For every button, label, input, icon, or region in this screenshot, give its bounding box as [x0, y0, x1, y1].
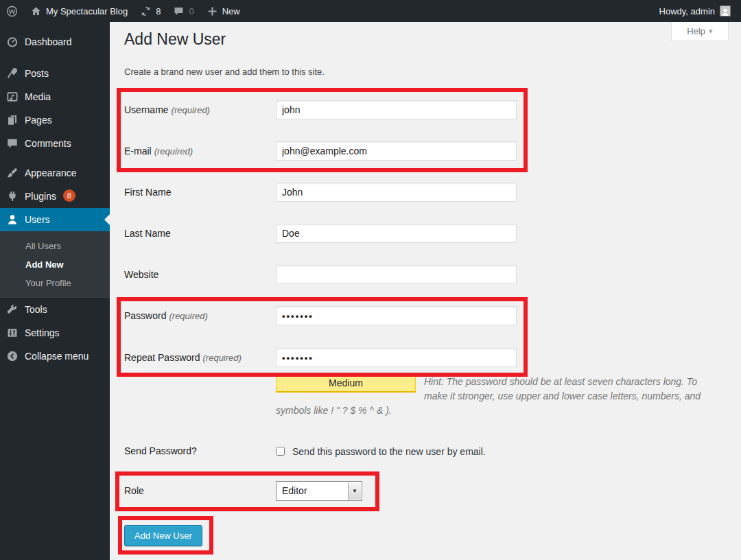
sidebar-item-label: Users: [25, 214, 50, 225]
comment-icon: [173, 5, 185, 17]
email-input[interactable]: [276, 141, 517, 161]
page-title: Add New User: [124, 30, 226, 49]
select-arrow-icon: [348, 482, 361, 500]
wordpress-logo-icon: [6, 5, 18, 17]
repeat-password-input[interactable]: [276, 348, 517, 367]
last-name-label: Last Name: [124, 224, 171, 243]
send-password-label: Send Password?: [124, 441, 197, 460]
page-subtitle: Create a brand new user and add them to …: [124, 67, 325, 77]
wrench-icon: [6, 303, 19, 316]
required-note: (required): [203, 353, 242, 363]
pages-icon: [6, 114, 19, 126]
sidebar-item-settings[interactable]: Settings: [0, 321, 110, 345]
sidebar-item-label: Appearance: [25, 167, 77, 178]
email-label: E-mail(required): [124, 141, 193, 161]
site-name: My Spectacular Blog: [46, 6, 128, 16]
send-password-checkbox-label: Send this password to the new user by em…: [292, 446, 486, 457]
settings-sliders-icon: [6, 327, 19, 339]
comment-count: 0: [189, 6, 193, 16]
new-label: New: [222, 6, 240, 16]
sidebar-item-pages[interactable]: Pages: [0, 108, 110, 132]
sidebar-item-label: Media: [25, 91, 51, 102]
wordpress-menu[interactable]: [0, 0, 24, 22]
required-note: (required): [154, 146, 193, 156]
submenu-your-profile[interactable]: Your Profile: [0, 274, 110, 292]
help-button[interactable]: Help: [671, 22, 729, 41]
repeat-password-label: Repeat Password(required): [124, 348, 242, 368]
sidebar-item-comments[interactable]: Comments: [0, 132, 110, 155]
required-note: (required): [172, 105, 210, 115]
username-label: Username(required): [124, 100, 210, 120]
updates-link[interactable]: 8: [134, 0, 167, 22]
required-note: (required): [169, 311, 207, 321]
sidebar-item-users[interactable]: Users: [0, 208, 110, 231]
sidebar-item-dashboard[interactable]: Dashboard: [0, 30, 110, 54]
website-input[interactable]: [276, 265, 517, 284]
sidebar-item-label: Posts: [25, 68, 49, 79]
password-strength-area: Medium Hint: The password should be at l…: [276, 375, 709, 418]
media-icon: [6, 91, 19, 103]
add-new-user-button[interactable]: Add New User: [124, 525, 202, 546]
username-input[interactable]: [276, 100, 517, 119]
comments-link[interactable]: 0: [167, 0, 200, 22]
sidebar-item-posts[interactable]: Posts: [0, 62, 110, 85]
plus-icon: [207, 5, 218, 17]
password-input[interactable]: [276, 306, 517, 325]
plugin-icon: [6, 190, 19, 202]
pushpin-icon: [6, 67, 19, 80]
password-strength-meter: Medium: [276, 375, 416, 393]
update-count: 8: [156, 6, 161, 16]
sidebar-item-label: Comments: [25, 138, 71, 149]
howdy-text: Howdy, admin: [659, 6, 715, 16]
plugins-update-badge: 8: [63, 189, 75, 202]
sidebar-item-label: Tools: [25, 304, 47, 315]
user-icon: [6, 213, 19, 226]
admin-bar: My Spectacular Blog 8 0 New Howdy, admin: [0, 0, 741, 22]
sidebar-item-media[interactable]: Media: [0, 85, 110, 108]
website-label: Website: [124, 265, 158, 284]
new-content-link[interactable]: New: [200, 0, 246, 22]
site-name-link[interactable]: My Spectacular Blog: [24, 0, 134, 22]
role-selected-value: Editor: [282, 482, 307, 500]
sidebar-item-label: Dashboard: [25, 36, 72, 47]
submenu-add-new[interactable]: Add New: [0, 255, 110, 274]
send-password-checkbox[interactable]: [276, 447, 285, 456]
paintbrush-icon: [6, 167, 19, 179]
users-submenu: All Users Add New Your Profile: [0, 231, 110, 298]
first-name-input[interactable]: [276, 183, 517, 202]
submenu-all-users[interactable]: All Users: [0, 237, 110, 255]
collapse-arrow-icon: [6, 350, 19, 362]
my-account-link[interactable]: Howdy, admin: [653, 0, 737, 22]
avatar: [720, 5, 731, 16]
sidebar-item-collapse-menu[interactable]: Collapse menu: [0, 345, 110, 368]
sidebar-item-tools[interactable]: Tools: [0, 298, 110, 321]
comment-bubble-icon: [6, 137, 19, 150]
wordpress-admin-page: My Spectacular Blog 8 0 New Howdy, admin: [0, 0, 741, 560]
password-label: Password(required): [124, 306, 208, 326]
sidebar-item-plugins[interactable]: Plugins 8: [0, 185, 110, 208]
sidebar-item-label: Settings: [25, 327, 60, 338]
role-select[interactable]: Editor: [276, 481, 362, 501]
sidebar-item-appearance[interactable]: Appearance: [0, 161, 110, 185]
sidebar-item-label: Plugins: [25, 191, 56, 202]
home-icon: [30, 5, 42, 17]
admin-sidebar: Dashboard Posts Media Pages Comments: [0, 22, 110, 560]
sidebar-item-label: Collapse menu: [25, 351, 89, 362]
update-icon: [140, 5, 152, 17]
role-label: Role: [124, 481, 144, 501]
last-name-input[interactable]: [276, 224, 517, 243]
dashboard-icon: [6, 36, 19, 48]
sidebar-item-label: Pages: [25, 115, 52, 126]
first-name-label: First Name: [124, 183, 171, 202]
